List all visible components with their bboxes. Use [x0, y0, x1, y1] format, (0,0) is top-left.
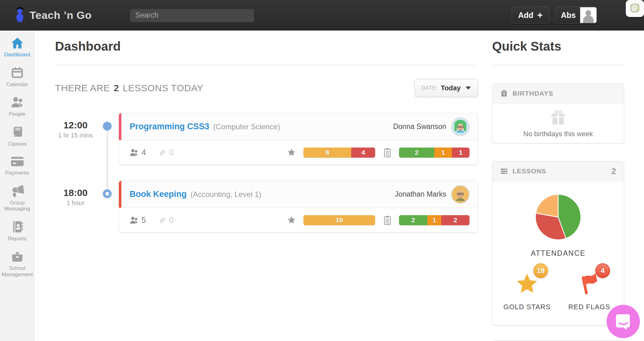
absences-button[interactable]: Abs: [555, 7, 597, 24]
coin-stack-icon: [629, 2, 641, 15]
add-button-label: Add: [518, 11, 534, 20]
credit-card-icon: [10, 155, 25, 168]
lesson-time: 12:00: [55, 120, 96, 131]
lessons-stats-card: LESSONS 2 ATTENDANCE 18: [492, 161, 624, 325]
lesson-row: 12:00 1 hr 15 mins Programming CSS3 (Com…: [55, 113, 478, 165]
list-icon: [500, 167, 508, 175]
page-title: Dashboard: [55, 39, 478, 53]
main-content: Dashboard THERE ARE 2 LESSONS TODAY DATE…: [35, 31, 492, 341]
sidebar-item-school-management[interactable]: School Management: [0, 250, 34, 277]
sidebar-item-classes[interactable]: Classes: [0, 126, 34, 147]
sidebar-item-payments[interactable]: Payments: [0, 155, 34, 176]
address-book-icon: [11, 220, 24, 233]
bar-segment: 2: [399, 148, 434, 158]
birthdays-empty-message: No birthdays this week: [523, 130, 593, 138]
quick-stats-panel: Quick Stats BIRTHDAYS: [492, 31, 644, 341]
quick-stats-title: Quick Stats: [492, 39, 624, 53]
sidebar-item-group-messaging[interactable]: Group Messaging: [0, 184, 34, 212]
lesson-accent-bar: [119, 113, 121, 140]
gift-icon-large: [549, 109, 567, 127]
brand-name: Teach ’n Go: [30, 9, 92, 21]
teacher-avatar-image: [452, 186, 469, 203]
chat-bubble-icon: [607, 305, 640, 338]
app-logo[interactable]: Teach ’n Go: [13, 6, 92, 24]
lesson-title-link[interactable]: Book Keeping: [130, 189, 187, 199]
star-flag-bar: 10: [303, 215, 375, 225]
sidebar-item-people[interactable]: People: [0, 96, 34, 117]
lesson-duration: 1 hour: [55, 199, 96, 207]
person-silhouette-icon: [581, 8, 596, 23]
divider: [492, 64, 624, 66]
sidebar-item-dashboard[interactable]: Dashboard: [0, 37, 34, 58]
lessons-timeline: 12:00 1 hr 15 mins Programming CSS3 (Com…: [55, 113, 478, 232]
lesson-row: 18:00 1 hour Book Keeping (Accounting, L…: [55, 181, 478, 232]
timeline-dot: [103, 189, 112, 198]
megaphone-icon: [10, 184, 25, 198]
attendance-bar: 212: [399, 215, 469, 225]
bar-segment: 2: [399, 215, 427, 225]
red-flags-badge: 4: [595, 263, 610, 278]
teacher-avatar[interactable]: [451, 185, 469, 204]
lesson-duration: 1 hr 15 mins: [55, 132, 96, 139]
pie-slice-orange: [536, 194, 558, 217]
attendance-clipboard-icon: [383, 215, 392, 226]
bar-segment: 10: [303, 215, 375, 225]
paperclip-icon: [157, 215, 167, 225]
lesson-card[interactable]: Programming CSS3 (Computer Science) Donn…: [119, 113, 478, 165]
people-icon: [10, 96, 25, 109]
attendance-bar: 211: [399, 148, 469, 158]
date-filter-value: Today: [441, 84, 461, 92]
gold-stars-stat: 18 GOLD STARS: [500, 271, 554, 311]
bar-segment: 1: [452, 148, 469, 158]
students-count: 4: [142, 148, 146, 157]
lessons-header-count: 2: [612, 166, 616, 176]
birthdays-card: BIRTHDAYS No birthdays this week: [492, 83, 624, 143]
lessons-header: LESSONS: [513, 167, 546, 175]
search-input[interactable]: [130, 8, 255, 22]
date-filter-dropdown[interactable]: DATE: Today: [414, 79, 478, 97]
students-count: 5: [142, 215, 146, 225]
home-icon: [10, 37, 24, 49]
sidebar-item-reports[interactable]: Reports: [0, 220, 34, 242]
bar-segment: 1: [427, 215, 441, 225]
teacher-name[interactable]: Jonathan Marks: [395, 190, 446, 198]
absences-button-label: Abs: [561, 11, 576, 20]
star-icon: [286, 215, 297, 225]
attachments-count: 0: [169, 215, 174, 225]
calendar-icon: [10, 66, 24, 79]
book-icon: [11, 126, 24, 139]
brand-icon: [13, 6, 27, 24]
attendance-chart-label: ATTENDANCE: [531, 249, 586, 258]
timeline-dot: [103, 122, 112, 131]
lesson-subject: (Computer Science): [213, 122, 280, 131]
lesson-subject: (Accounting, Level 1): [191, 190, 261, 199]
star-flag-bar: 84: [303, 148, 375, 158]
browser-extension-button[interactable]: [626, 0, 644, 17]
teacher-name[interactable]: Donna Swanson: [393, 122, 446, 131]
lessons-count-number: 2: [114, 83, 119, 93]
birthdays-header: BIRTHDAYS: [513, 90, 553, 97]
add-button[interactable]: Add +: [512, 7, 549, 24]
top-navigation-bar: Teach ’n Go Add + Abs: [0, 0, 644, 31]
divider: [55, 64, 478, 66]
toolbox-icon: [10, 250, 24, 263]
gift-icon: [500, 89, 508, 98]
sidebar-navigation: Dashboard Calendar: [0, 31, 35, 341]
star-icon: [286, 148, 297, 158]
lessons-count-suffix: LESSONS TODAY: [123, 83, 203, 93]
teacher-avatar[interactable]: [451, 118, 469, 136]
chat-launcher-button[interactable]: [607, 305, 640, 338]
bar-segment: 2: [441, 215, 469, 225]
students-icon: [129, 148, 139, 157]
attendance-pie-chart: [534, 193, 582, 241]
bar-segment: 1: [434, 148, 452, 158]
lesson-card[interactable]: Book Keeping (Accounting, Level 1) Jonat…: [119, 181, 478, 232]
user-avatar[interactable]: [580, 7, 597, 23]
lesson-title-link[interactable]: Programming CSS3: [130, 122, 209, 131]
attachments-count: 0: [169, 148, 174, 157]
lesson-time: 18:00: [55, 187, 96, 198]
teacher-avatar-image: [452, 118, 469, 135]
attendance-clipboard-icon: [383, 147, 392, 158]
sidebar-item-calendar[interactable]: Calendar: [0, 66, 34, 88]
gold-stars-label: GOLD STARS: [500, 303, 554, 311]
